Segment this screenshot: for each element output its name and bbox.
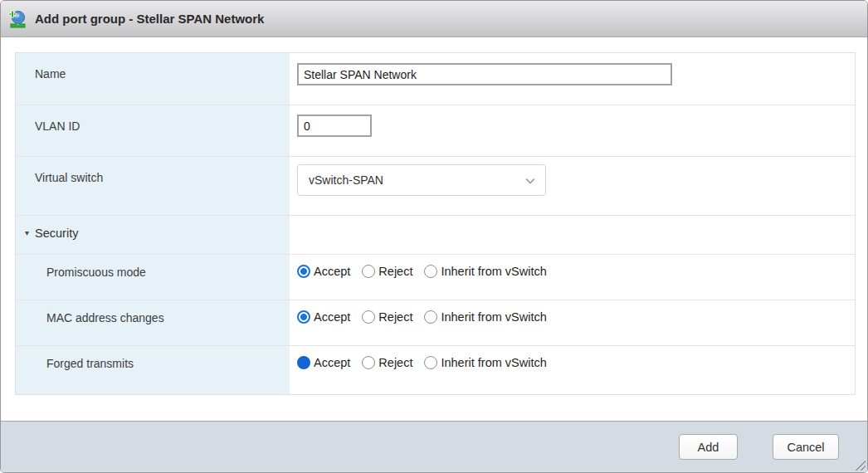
promiscuous-accept-radio[interactable]: Accept <box>297 265 350 278</box>
radio-option-label: Accept <box>314 265 350 278</box>
promiscuous-radio-group: Accept Reject Inherit from vSwitch <box>297 265 855 278</box>
radio-option-label: Inherit from vSwitch <box>441 310 546 324</box>
radio-button-icon <box>297 356 310 369</box>
dialog-titlebar: Add port group - Stellar SPAN Network <box>1 1 867 37</box>
dialog-footer: Add Cancel <box>1 421 867 472</box>
security-section-row: ▾ Security <box>16 216 855 255</box>
mac-changes-reject-radio[interactable]: Reject <box>362 310 412 324</box>
promiscuous-label: Promiscuous mode <box>46 266 146 279</box>
forged-transmits-label-cell: Forged transmits <box>16 346 290 394</box>
vlan-row: VLAN ID <box>16 105 855 157</box>
vlan-input[interactable] <box>297 115 372 137</box>
radio-option-label: Reject <box>378 265 412 278</box>
forged-transmits-label: Forged transmits <box>46 357 134 370</box>
radio-button-icon <box>424 265 437 278</box>
forged-transmits-radio-group: Accept Reject Inherit from vSwitch <box>297 356 855 369</box>
add-port-group-dialog: Add port group - Stellar SPAN Network Na… <box>0 0 868 473</box>
radio-button-icon <box>362 356 375 369</box>
radio-option-label: Accept <box>314 356 350 369</box>
vswitch-field-cell: vSwitch-SPAN <box>290 157 855 215</box>
security-section-label: Security <box>35 227 78 240</box>
radio-button-icon <box>424 356 437 369</box>
mac-changes-field-cell: Accept Reject Inherit from vSwitch <box>290 300 855 345</box>
vlan-field-cell <box>290 105 855 156</box>
triangle-down-icon: ▾ <box>25 227 29 239</box>
resize-grip[interactable] <box>855 460 866 471</box>
vlan-label-cell: VLAN ID <box>16 105 290 156</box>
vswitch-label-cell: Virtual switch <box>16 157 290 215</box>
name-label: Name <box>35 67 66 80</box>
vswitch-row: Virtual switch vSwitch-SPAN <box>16 157 855 216</box>
cancel-button[interactable]: Cancel <box>773 434 839 460</box>
add-port-group-icon <box>8 10 28 28</box>
radio-option-label: Accept <box>314 310 350 324</box>
security-section-toggle[interactable]: ▾ Security <box>16 216 290 254</box>
mac-changes-radio-group: Accept Reject Inherit from vSwitch <box>297 310 855 324</box>
mac-changes-label-cell: MAC address changes <box>16 300 290 345</box>
radio-button-icon <box>297 310 310 324</box>
mac-changes-accept-radio[interactable]: Accept <box>297 310 350 324</box>
vswitch-select[interactable]: vSwitch-SPAN <box>297 164 546 196</box>
forged-inherit-radio[interactable]: Inherit from vSwitch <box>424 356 546 369</box>
vswitch-label: Virtual switch <box>35 171 103 184</box>
promiscuous-reject-radio[interactable]: Reject <box>362 265 412 278</box>
radio-button-icon <box>297 265 310 278</box>
chevron-down-icon <box>525 173 535 188</box>
radio-option-label: Reject <box>378 310 412 324</box>
forged-accept-radio[interactable]: Accept <box>297 356 350 369</box>
name-label-cell: Name <box>16 53 290 105</box>
mac-changes-row: MAC address changes Accept Reject <box>16 300 855 346</box>
radio-option-label: Inherit from vSwitch <box>441 265 546 278</box>
forged-reject-radio[interactable]: Reject <box>362 356 412 369</box>
radio-option-label: Reject <box>378 356 412 369</box>
vswitch-selected-value: vSwitch-SPAN <box>309 173 383 187</box>
promiscuous-inherit-radio[interactable]: Inherit from vSwitch <box>424 265 546 278</box>
form-table: Name VLAN ID Virtual switch <box>15 52 856 395</box>
promiscuous-field-cell: Accept Reject Inherit from vSwitch <box>290 255 855 300</box>
mac-changes-inherit-radio[interactable]: Inherit from vSwitch <box>424 310 546 324</box>
promiscuous-row: Promiscuous mode Accept Reject <box>16 255 855 300</box>
dialog-content: Name VLAN ID Virtual switch <box>1 37 867 421</box>
add-button[interactable]: Add <box>679 434 738 460</box>
promiscuous-label-cell: Promiscuous mode <box>16 255 290 300</box>
name-field-cell <box>290 53 855 105</box>
radio-button-icon <box>362 310 375 324</box>
name-input[interactable] <box>297 63 672 85</box>
radio-option-label: Inherit from vSwitch <box>441 356 546 369</box>
forged-transmits-row: Forged transmits Accept Reject <box>16 346 855 394</box>
vlan-label: VLAN ID <box>35 119 80 133</box>
dialog-title: Add port group - Stellar SPAN Network <box>35 12 264 26</box>
forged-transmits-field-cell: Accept Reject Inherit from vSwitch <box>290 346 855 394</box>
radio-button-icon <box>424 310 437 324</box>
security-section-spacer <box>290 216 855 254</box>
radio-button-icon <box>362 265 375 278</box>
name-row: Name <box>16 53 855 105</box>
mac-changes-label: MAC address changes <box>46 311 164 324</box>
